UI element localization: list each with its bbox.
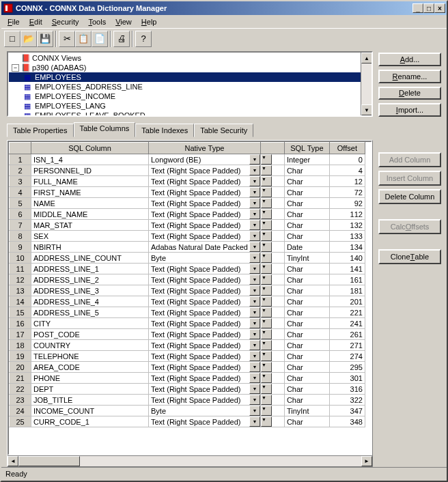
offset-cell[interactable]: 201 [329, 296, 365, 307]
dropdown-icon[interactable]: ▼ [261, 395, 272, 405]
grid-cell[interactable]: Char [284, 329, 329, 340]
native-type-cell[interactable]: Text (Right Space Padded)▼ [149, 351, 261, 362]
grid-cell[interactable]: ADDRESS_LINE_2 [31, 274, 149, 285]
menu-security[interactable]: Security [47, 16, 84, 27]
row-header[interactable]: 13 [10, 285, 31, 296]
grid-cell[interactable]: Char [284, 285, 329, 296]
sql-type-dropdown[interactable]: ▼ [260, 176, 284, 187]
dropdown-icon[interactable]: ▼ [261, 373, 272, 383]
menu-edit[interactable]: Edit [25, 16, 47, 27]
dropdown-icon[interactable]: ▼ [249, 384, 260, 394]
grid-cell[interactable]: TinyInt [284, 406, 329, 416]
table-row[interactable]: 15ADDRESS_LINE_5Text (Right Space Padded… [10, 307, 365, 318]
row-header[interactable]: 9 [10, 242, 31, 253]
maximize-button[interactable]: □ [423, 3, 434, 13]
tree-scrollbar[interactable]: ▲ ▼ [361, 53, 372, 115]
native-type-cell[interactable]: Text (Right Space Padded)▼ [149, 416, 261, 427]
native-type-cell[interactable]: Text (Right Space Padded)▼ [149, 296, 261, 307]
table-row[interactable]: 12ADDRESS_LINE_2Text (Right Space Padded… [10, 274, 365, 285]
sql-type-dropdown[interactable]: ▼ [260, 395, 284, 406]
table-row[interactable]: 1ISN_1_4Longword (BE)▼▼Integer0 [10, 154, 365, 165]
offset-cell[interactable]: 301 [329, 373, 365, 384]
table-row[interactable]: 24INCOME_COUNTByte▼▼TinyInt347 [10, 406, 365, 416]
grid-cell[interactable]: PHONE [31, 373, 149, 384]
rename-button[interactable]: Rename... [378, 70, 441, 83]
row-header[interactable]: 23 [10, 395, 31, 406]
grid-cell[interactable]: Char [284, 296, 329, 307]
dropdown-icon[interactable]: ▼ [261, 384, 272, 394]
table-row[interactable]: 10ADDRESS_LINE_COUNTByte▼▼TinyInt140 [10, 253, 365, 264]
sql-type-dropdown[interactable]: ▼ [260, 264, 284, 274]
tree-view[interactable]: 📕CONNX Views−📕p390 (ADABAS)▦EMPLOYEES▦EM… [7, 51, 373, 117]
tab-table-indexes[interactable]: Table Indexes [135, 124, 194, 137]
table-row[interactable]: 13ADDRESS_LINE_3Text (Right Space Padded… [10, 285, 365, 296]
grid-cell[interactable]: MAR_STAT [31, 220, 149, 231]
dropdown-icon[interactable]: ▼ [261, 231, 272, 241]
dropdown-icon[interactable]: ▼ [249, 220, 260, 230]
grid-cell[interactable]: Char [284, 362, 329, 373]
native-type-cell[interactable]: Text (Right Space Padded)▼ [149, 395, 261, 406]
offset-cell[interactable]: 161 [329, 274, 365, 285]
print-icon[interactable]: 🖨 [113, 31, 130, 47]
grid-cell[interactable]: Char [284, 231, 329, 242]
grid-cell[interactable]: Char [284, 395, 329, 406]
dropdown-icon[interactable]: ▼ [249, 395, 260, 405]
table-row[interactable]: 22DEPTText (Right Space Padded)▼▼Char316 [10, 384, 365, 395]
native-type-cell[interactable]: Longword (BE)▼ [149, 154, 261, 165]
native-type-cell[interactable]: Text (Right Space Padded)▼ [149, 318, 261, 329]
grid-cell[interactable]: NAME [31, 198, 149, 209]
native-type-cell[interactable]: Text (Right Space Padded)▼ [149, 209, 261, 220]
dropdown-icon[interactable]: ▼ [261, 416, 272, 427]
grid-cell[interactable]: Char [284, 373, 329, 384]
sql-type-dropdown[interactable]: ▼ [260, 231, 284, 242]
native-type-cell[interactable]: Text (Right Space Padded)▼ [149, 187, 261, 198]
dropdown-icon[interactable]: ▼ [261, 264, 272, 274]
column-header[interactable]: Offset [329, 143, 365, 154]
dropdown-icon[interactable]: ▼ [261, 351, 272, 361]
dropdown-icon[interactable]: ▼ [261, 362, 272, 372]
offset-cell[interactable]: 347 [329, 406, 365, 416]
row-header[interactable]: 5 [10, 198, 31, 209]
grid-cell[interactable]: ADDRESS_LINE_4 [31, 296, 149, 307]
dropdown-icon[interactable]: ▼ [261, 296, 272, 307]
columns-grid[interactable]: SQL ColumnNative TypeSQL TypeOffset1ISN_… [8, 141, 372, 455]
dropdown-icon[interactable]: ▼ [249, 176, 260, 186]
grid-cell[interactable]: PERSONNEL_ID [31, 165, 149, 176]
row-header[interactable]: 25 [10, 416, 31, 427]
grid-cell[interactable]: COUNTRY [31, 340, 149, 351]
delete-button[interactable]: Delete [378, 87, 441, 100]
offset-cell[interactable]: 4 [329, 165, 365, 176]
dropdown-icon[interactable]: ▼ [249, 187, 260, 197]
sql-type-dropdown[interactable]: ▼ [260, 406, 284, 416]
sql-type-dropdown[interactable]: ▼ [260, 384, 284, 395]
import-button[interactable]: Import... [378, 103, 441, 117]
row-header[interactable]: 12 [10, 274, 31, 285]
native-type-cell[interactable]: Text (Right Space Padded)▼ [149, 285, 261, 296]
table-row[interactable]: 11ADDRESS_LINE_1Text (Right Space Padded… [10, 264, 365, 274]
dropdown-icon[interactable]: ▼ [261, 187, 272, 197]
dropdown-icon[interactable]: ▼ [261, 318, 272, 328]
native-type-cell[interactable]: Text (Right Space Padded)▼ [149, 340, 261, 351]
sql-type-dropdown[interactable]: ▼ [260, 307, 284, 318]
grid-cell[interactable]: SEX [31, 231, 149, 242]
copy-icon[interactable]: 📋 [75, 31, 92, 47]
grid-cell[interactable]: Char [284, 176, 329, 187]
column-header[interactable] [10, 143, 31, 154]
dropdown-icon[interactable]: ▼ [249, 165, 260, 175]
sql-type-dropdown[interactable]: ▼ [260, 274, 284, 285]
grid-cell[interactable]: NBIRTH [31, 242, 149, 253]
grid-cell[interactable]: Char [284, 187, 329, 198]
sql-type-dropdown[interactable]: ▼ [260, 285, 284, 296]
native-type-cell[interactable]: Byte▼ [149, 406, 261, 416]
dropdown-icon[interactable]: ▼ [261, 176, 272, 186]
scroll-thumb[interactable] [18, 456, 80, 466]
minimize-button[interactable]: _ [412, 3, 423, 13]
dropdown-icon[interactable]: ▼ [261, 220, 272, 230]
tree-node[interactable]: ▦EMPLOYEES_LANG [9, 101, 371, 111]
dropdown-icon[interactable]: ▼ [249, 209, 260, 219]
native-type-cell[interactable]: Text (Right Space Padded)▼ [149, 274, 261, 285]
sql-type-dropdown[interactable]: ▼ [260, 318, 284, 329]
menu-view[interactable]: View [111, 16, 137, 27]
sql-type-dropdown[interactable]: ▼ [260, 329, 284, 340]
grid-cell[interactable]: INCOME_COUNT [31, 406, 149, 416]
